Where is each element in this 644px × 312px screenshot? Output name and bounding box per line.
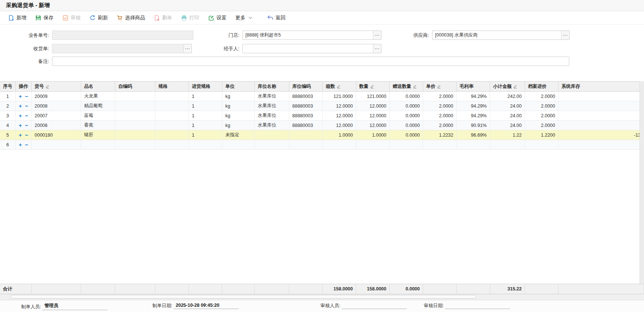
cell-item_no[interactable]: 20006 (32, 121, 81, 130)
cell-boxes[interactable]: 12.0000 (323, 121, 356, 130)
cell-subtotal[interactable]: 1.22 (490, 130, 525, 140)
cell-gift_qty[interactable]: 0.0000 (390, 101, 423, 111)
cell-boxes[interactable]: 1.0000 (323, 130, 356, 140)
settings-button[interactable]: 设置 (204, 13, 231, 23)
horizontal-scrollbar (0, 294, 644, 299)
auditor-value (342, 308, 407, 309)
cell-purchase_spec: 1 (189, 121, 222, 130)
add-row-button[interactable]: + (17, 113, 23, 118)
cell-location_name: 水果库位 (255, 92, 289, 101)
cell-price[interactable]: 2.0000 (423, 111, 457, 120)
cell-seq: 1 (0, 92, 16, 101)
store-lookup-button[interactable]: ⋯ (373, 31, 381, 40)
cell-qty[interactable]: 12.0000 (356, 111, 390, 120)
cell-subtotal[interactable]: 24.00 (490, 111, 525, 120)
col-header-label: 单价 (426, 83, 435, 90)
cell-price[interactable]: 2.0000 (423, 101, 457, 111)
remove-row-button[interactable]: − (23, 103, 30, 109)
cell-item_no[interactable]: 20007 (32, 111, 81, 120)
cell-boxes[interactable]: 121.0000 (323, 92, 356, 101)
cell-boxes[interactable] (323, 140, 356, 149)
remove-row-button[interactable]: − (23, 93, 30, 99)
supplier-lookup-button[interactable]: ⋯ (561, 31, 570, 40)
cell-system_stock (558, 92, 644, 101)
cell-subtotal[interactable]: 242.00 (490, 92, 525, 101)
cell-subtotal[interactable] (490, 140, 525, 149)
cell-op: +− (16, 101, 32, 111)
more-button[interactable]: 更多 (231, 13, 257, 23)
cell-file_price (525, 140, 558, 149)
edit-pencil-icon (513, 85, 517, 89)
cell-qty[interactable]: 121.0000 (356, 92, 390, 101)
col-header-name: 品名 (81, 82, 115, 91)
remove-row-button[interactable]: − (23, 122, 30, 128)
cell-op: +− (16, 121, 32, 130)
refresh-button[interactable]: 刷新 (86, 13, 112, 23)
receipt-lookup-button[interactable]: ⋯ (183, 44, 192, 53)
cell-qty[interactable] (356, 140, 390, 149)
back-button[interactable]: 返回 (263, 13, 290, 23)
select-goods-button[interactable]: 选择商品 (113, 13, 149, 23)
add-row-button[interactable]: + (17, 93, 23, 99)
cell-location_code (289, 140, 323, 149)
cell-price[interactable]: 2.0000 (423, 92, 457, 101)
cell-qty[interactable]: 12.0000 (356, 101, 390, 111)
cell-gift_qty[interactable]: 0.0000 (390, 92, 423, 101)
remove-row-button[interactable]: − (23, 132, 30, 138)
cell-custom_code (115, 101, 155, 111)
supplier-label: 供应商: (395, 32, 432, 39)
document-delete-icon (154, 15, 160, 21)
total-subtotal: 315.22 (490, 284, 525, 294)
order-no-label: 业务单号: (3, 32, 52, 39)
edit-pencil-icon (413, 85, 417, 89)
add-row-button[interactable]: + (17, 103, 23, 109)
col-header-label: 系统库存 (561, 83, 580, 90)
new-button[interactable]: 新增 (4, 13, 30, 23)
remove-row-button[interactable]: − (23, 113, 30, 118)
cell-location_code: 88880003 (289, 92, 323, 101)
horizontal-scrollbar-thumb[interactable] (10, 295, 476, 299)
handler-input[interactable] (242, 44, 373, 53)
supplier-input[interactable] (432, 31, 561, 40)
cell-purchase_spec: 1 (189, 101, 222, 111)
total-name (81, 284, 115, 294)
total-boxes: 158.0000 (323, 284, 356, 294)
remark-input[interactable] (52, 57, 569, 66)
cell-qty[interactable]: 1.0000 (356, 130, 390, 140)
cell-price[interactable]: 2.0000 (423, 121, 457, 130)
save-button[interactable]: 保存 (31, 13, 58, 23)
total-gift_qty: 0.0000 (390, 284, 423, 294)
total-margin (457, 284, 490, 294)
cell-gift_qty[interactable]: 0.0000 (390, 111, 423, 120)
total-label: 合计 (0, 284, 32, 294)
creator-label: 制单人员: (21, 304, 41, 310)
add-row-button[interactable]: + (17, 122, 23, 128)
cell-price[interactable] (423, 140, 457, 149)
cell-unit: kg (222, 111, 255, 120)
cell-gift_qty[interactable] (390, 140, 423, 149)
add-row-button[interactable]: + (17, 142, 23, 147)
table-row: 6+− (0, 140, 644, 150)
col-header-item_no: 货号 (32, 82, 81, 91)
total-custom_code (115, 284, 155, 294)
cell-item_no[interactable]: 0000180 (32, 130, 81, 140)
cell-gift_qty[interactable]: 0.0000 (390, 130, 423, 140)
col-header-price: 单价 (423, 82, 457, 91)
cell-item_no[interactable]: 20009 (32, 92, 81, 101)
cell-item_no[interactable] (32, 140, 81, 149)
toolbar: 新增 保存 审核 刷新 选择商品 删单 打印 设置 更多 返回 (0, 11, 644, 25)
cell-boxes[interactable]: 12.0000 (323, 111, 356, 120)
remove-row-button[interactable]: − (23, 142, 30, 147)
cell-item_no[interactable]: 20008 (32, 101, 81, 111)
cell-gift_qty[interactable]: 0.0000 (390, 121, 423, 130)
store-input[interactable] (242, 31, 373, 40)
cell-qty[interactable]: 12.0000 (356, 121, 390, 130)
cell-subtotal[interactable]: 24.00 (490, 101, 525, 111)
edit-pencil-icon (337, 85, 341, 89)
cell-boxes[interactable]: 12.0000 (323, 101, 356, 111)
cell-price[interactable]: 1.2232 (423, 130, 457, 140)
handler-lookup-button[interactable]: ⋯ (373, 44, 381, 53)
add-row-button[interactable]: + (17, 132, 23, 138)
cell-subtotal[interactable]: 24.00 (490, 121, 525, 130)
total-file_price (525, 284, 558, 294)
